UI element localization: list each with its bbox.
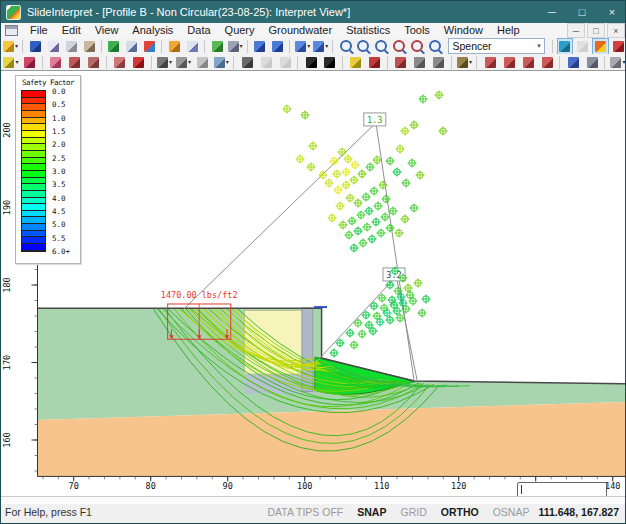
- toolbar-save-button[interactable]: [27, 38, 44, 55]
- status-snap-toggle[interactable]: SNAP: [350, 506, 393, 518]
- slip-center-marker[interactable]: [404, 284, 413, 293]
- toolbar-line-style-button[interactable]: ▾: [155, 54, 173, 71]
- toolbar-pan-button[interactable]: [427, 38, 444, 55]
- slip-center-marker[interactable]: [402, 179, 411, 188]
- status-grid-toggle[interactable]: GRID: [393, 506, 433, 518]
- slip-center-marker[interactable]: [373, 156, 382, 165]
- toolbar-query-pin-button[interactable]: [610, 38, 626, 55]
- toolbar-add-marker-button[interactable]: [130, 54, 148, 71]
- slip-center-marker[interactable]: [395, 229, 404, 238]
- slip-center-marker[interactable]: [354, 227, 363, 236]
- slip-center-marker[interactable]: [381, 213, 390, 222]
- slip-center-marker[interactable]: [365, 207, 374, 216]
- slip-center-marker[interactable]: [419, 95, 428, 104]
- slip-center-marker[interactable]: [377, 229, 386, 238]
- slip-center-marker[interactable]: [334, 186, 343, 195]
- toolbar-grid-table-button[interactable]: [238, 54, 256, 71]
- menu-groundwater[interactable]: Groundwater: [262, 24, 340, 36]
- slip-center-marker[interactable]: [418, 309, 427, 318]
- slip-center-marker[interactable]: [439, 127, 448, 136]
- slip-center-marker[interactable]: [410, 204, 419, 213]
- mdi-restore-button[interactable]: □: [587, 23, 605, 38]
- toolbar-draw-rectangle-button[interactable]: [411, 54, 429, 71]
- slip-center-marker[interactable]: [370, 187, 379, 196]
- toolbar-text-note-button[interactable]: [347, 54, 365, 71]
- menu-statistics[interactable]: Statistics: [339, 24, 397, 36]
- slip-center-marker[interactable]: [342, 181, 351, 190]
- slip-center-marker[interactable]: [357, 211, 366, 220]
- slip-center-marker[interactable]: [408, 159, 417, 168]
- slip-center-marker[interactable]: [350, 341, 359, 350]
- slip-center-marker[interactable]: [354, 199, 363, 208]
- toolbar-export-dxf-button[interactable]: [81, 38, 98, 55]
- toolbar-redo-button[interactable]: ▾: [312, 38, 329, 55]
- toolbar-info-viewer-button[interactable]: [123, 38, 140, 55]
- slip-center-marker[interactable]: [339, 221, 348, 230]
- slip-center-marker[interactable]: [325, 179, 334, 188]
- menu-file[interactable]: File: [23, 24, 55, 36]
- toolbar-draw-arrow-button[interactable]: [321, 54, 339, 71]
- minimize-button[interactable]: ─: [537, 1, 567, 23]
- toolbar-arc-style-button[interactable]: ▾: [174, 54, 192, 71]
- slip-center-marker[interactable]: [372, 218, 381, 227]
- mdi-minimize-button[interactable]: ─: [567, 23, 585, 38]
- interpret-view-canvas[interactable]: 1470.00 lbs/ft21.33.27080901001101201301…: [1, 70, 626, 496]
- toolbar-draw-polyline-button[interactable]: ▾: [456, 54, 474, 71]
- slip-center-marker[interactable]: [382, 195, 391, 204]
- slip-center-marker[interactable]: [350, 176, 359, 185]
- slip-center-marker[interactable]: [330, 349, 339, 358]
- slip-center-marker[interactable]: [307, 163, 316, 172]
- slip-center-marker[interactable]: [346, 194, 355, 203]
- slip-center-marker[interactable]: [386, 157, 395, 166]
- toolbar-draw-ellipse-button[interactable]: [430, 54, 448, 71]
- slip-center-marker[interactable]: [354, 319, 363, 328]
- menu-tools[interactable]: Tools: [397, 24, 437, 36]
- slip-center-marker[interactable]: [359, 239, 368, 248]
- toolbar-draw-line-button[interactable]: [302, 54, 320, 71]
- toolbar-zoom-selected-button[interactable]: [409, 38, 426, 55]
- slip-center-marker[interactable]: [416, 171, 425, 180]
- toolbar-display-options-button[interactable]: ▾: [227, 38, 244, 55]
- toolbar-vertical-align-button[interactable]: [564, 54, 582, 71]
- slip-center-marker[interactable]: [414, 279, 423, 288]
- slip-center-marker[interactable]: [330, 157, 339, 166]
- slip-center-marker[interactable]: [374, 202, 383, 211]
- status-osnap-toggle[interactable]: OSNAP: [486, 506, 537, 518]
- slip-center-marker[interactable]: [363, 223, 372, 232]
- slip-center-marker[interactable]: [401, 127, 410, 136]
- toolbar-query-boundary-button[interactable]: [66, 54, 84, 71]
- close-button[interactable]: ×: [597, 1, 626, 23]
- menu-data[interactable]: Data: [180, 24, 217, 36]
- toolbar-tile-vertical-button[interactable]: [251, 38, 268, 55]
- slip-center-marker[interactable]: [344, 155, 353, 164]
- toolbar-open-button[interactable]: ▾: [2, 38, 19, 55]
- slip-center-marker[interactable]: [351, 161, 360, 170]
- menu-analysis[interactable]: Analysis: [125, 24, 180, 36]
- toolbar-print-button[interactable]: [63, 38, 80, 55]
- slip-center-marker[interactable]: [350, 244, 359, 253]
- slip-center-marker[interactable]: [393, 168, 402, 177]
- menu-view[interactable]: View: [88, 24, 126, 36]
- toolbar-zoom-in-button[interactable]: [355, 38, 372, 55]
- slip-center-marker[interactable]: [401, 215, 410, 224]
- toolbar-show-pie-report-button[interactable]: [592, 38, 609, 55]
- slip-center-marker[interactable]: [358, 330, 367, 339]
- slip-center-marker[interactable]: [362, 193, 371, 202]
- maximize-button[interactable]: □: [567, 1, 597, 23]
- toolbar-insert-image-button[interactable]: ▾: [212, 54, 230, 71]
- slip-center-marker[interactable]: [296, 155, 305, 164]
- toolbar-export-image-button[interactable]: [105, 38, 122, 55]
- slip-center-marker[interactable]: [396, 145, 405, 154]
- toolbar-print-preview-button[interactable]: [45, 38, 62, 55]
- toolbar-copy-button[interactable]: [184, 38, 201, 55]
- slip-center-marker[interactable]: [435, 91, 444, 100]
- toolbar-contour-colors-button[interactable]: [141, 38, 158, 55]
- analysis-method-select[interactable]: Spencer▾: [448, 38, 545, 54]
- menu-edit[interactable]: Edit: [55, 24, 88, 36]
- toolbar-draw-pencil-button[interactable]: [366, 54, 384, 71]
- slip-center-marker[interactable]: [301, 111, 310, 120]
- slip-center-marker[interactable]: [366, 163, 375, 172]
- slip-center-marker[interactable]: [319, 171, 328, 180]
- toolbar-tile-horizontal-button[interactable]: [269, 38, 286, 55]
- safety-factor-label-1.3[interactable]: 1.3: [364, 113, 386, 126]
